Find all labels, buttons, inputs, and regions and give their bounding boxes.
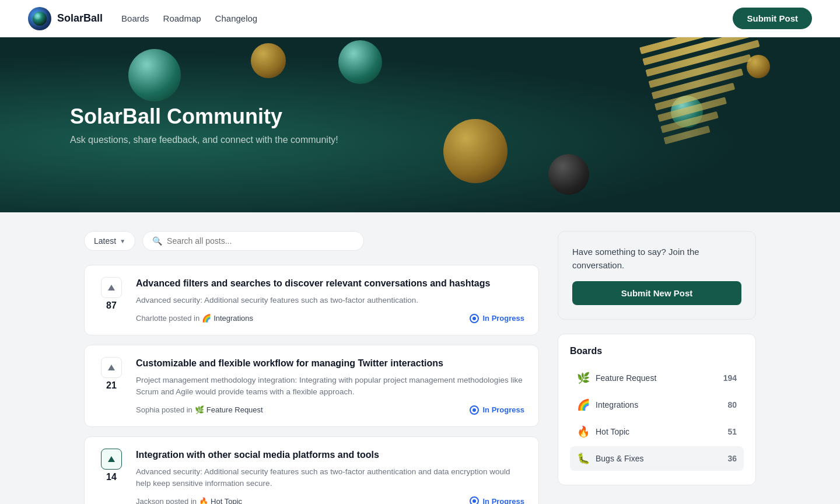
board-tag[interactable]: 🔥 Hot Topic <box>199 497 242 504</box>
status-dot-icon <box>470 496 479 504</box>
post-body: Customizable and flexible workflow for m… <box>136 357 524 415</box>
status-badge: In Progress <box>470 314 524 323</box>
search-icon: 🔍 <box>152 236 162 246</box>
submit-new-post-button[interactable]: Submit New Post <box>572 281 741 305</box>
hero-subtitle: Ask questions, share feedback, and conne… <box>70 135 338 145</box>
filter-bar: Latest ▼ 🔍 <box>84 231 539 251</box>
svg-point-0 <box>33 12 47 26</box>
board-item[interactable]: 🌿 Feature Request 194 <box>570 366 744 390</box>
main-content: Latest ▼ 🔍 87 Advanced filters and searc… <box>70 212 770 504</box>
status-badge: In Progress <box>470 496 524 504</box>
nav-links: Boards Roadmap Changelog <box>121 11 257 26</box>
board-tag[interactable]: 🌈 Integrations <box>202 314 253 323</box>
hero-banner: SolarBall Community Ask questions, share… <box>0 37 840 212</box>
board-name: Hot Topic <box>596 427 722 436</box>
boards-section: Boards 🌿 Feature Request 194 🌈 Integrati… <box>558 334 756 485</box>
posts-column: Latest ▼ 🔍 87 Advanced filters and searc… <box>84 231 539 504</box>
upvote-button[interactable] <box>101 277 122 298</box>
cta-card: Have something to say? Join the conversa… <box>558 231 756 320</box>
board-emoji: 🌿 <box>577 372 590 384</box>
sort-label: Latest <box>94 236 116 246</box>
board-tag[interactable]: 🌿 Feature Request <box>195 405 263 414</box>
sidebar: Have something to say? Join the conversa… <box>558 231 756 504</box>
vote-count: 21 <box>106 380 117 391</box>
hero-title: SolarBall Community <box>70 104 338 129</box>
status-dot-icon <box>470 314 479 323</box>
status-label: In Progress <box>482 405 524 414</box>
posts-list: 87 Advanced filters and searches to disc… <box>84 265 539 504</box>
upvote-button[interactable] <box>101 449 122 470</box>
vote-count: 87 <box>106 300 117 311</box>
board-name: Feature Request <box>206 405 263 414</box>
board-item[interactable]: 🔥 Hot Topic 51 <box>570 419 744 444</box>
board-count: 36 <box>727 454 737 463</box>
post-body: Advanced filters and searches to discove… <box>136 277 524 323</box>
boards-list: 🌿 Feature Request 194 🌈 Integrations 80 … <box>570 366 744 471</box>
svg-point-1 <box>34 13 40 19</box>
status-label: In Progress <box>482 497 524 504</box>
post-author: Sophia posted in 🌿 Feature Request <box>136 405 263 414</box>
navbar-left: SolarBall Boards Roadmap Changelog <box>28 7 257 30</box>
board-emoji: 🔥 <box>577 425 590 438</box>
vote-box: 21 <box>99 357 124 391</box>
chevron-down-icon: ▼ <box>120 238 125 244</box>
post-description: Advanced security: Additional security f… <box>136 466 524 490</box>
board-name: Feature Request <box>596 373 718 383</box>
board-name: Bugs & Fixes <box>596 454 722 463</box>
board-emoji: 🌿 <box>195 405 204 414</box>
post-author: Jackson posted in 🔥 Hot Topic <box>136 497 242 504</box>
post-meta: Sophia posted in 🌿 Feature Request In Pr… <box>136 405 524 415</box>
logo-icon <box>28 7 51 30</box>
board-emoji: 🔥 <box>199 497 208 504</box>
post-title: Customizable and flexible workflow for m… <box>136 357 524 370</box>
upvote-button[interactable] <box>101 357 122 378</box>
board-count: 80 <box>727 400 737 410</box>
nav-roadmap[interactable]: Roadmap <box>163 11 201 26</box>
search-input[interactable] <box>167 236 354 246</box>
search-wrap: 🔍 <box>142 231 364 251</box>
status-label: In Progress <box>482 314 524 323</box>
nav-boards[interactable]: Boards <box>121 11 149 26</box>
vote-count: 14 <box>106 472 117 482</box>
board-emoji: 🌈 <box>577 398 590 411</box>
app-name: SolarBall <box>57 12 103 24</box>
navbar: SolarBall Boards Roadmap Changelog Submi… <box>0 0 840 37</box>
submit-post-button[interactable]: Submit Post <box>733 8 812 29</box>
board-name: Hot Topic <box>211 497 242 504</box>
board-name: Integrations <box>596 400 722 410</box>
board-item[interactable]: 🌈 Integrations 80 <box>570 393 744 417</box>
cta-text: Have something to say? Join the conversa… <box>572 246 741 272</box>
hero-content: SolarBall Community Ask questions, share… <box>0 104 408 145</box>
board-count: 194 <box>723 373 737 383</box>
post-description: Advanced security: Additional security f… <box>136 295 524 306</box>
status-dot-icon <box>470 405 479 415</box>
post-description: Project management methodology integrati… <box>136 374 524 398</box>
post-author: Charlotte posted in 🌈 Integrations <box>136 314 253 323</box>
post-meta: Jackson posted in 🔥 Hot Topic In Progres… <box>136 496 524 504</box>
vote-box: 87 <box>99 277 124 311</box>
post-body: Integration with other social media plat… <box>136 449 524 504</box>
post-card: 14 Integration with other social media p… <box>84 436 539 504</box>
vote-box: 14 <box>99 449 124 482</box>
board-item[interactable]: 🐛 Bugs & Fixes 36 <box>570 446 744 471</box>
board-emoji: 🐛 <box>577 452 590 465</box>
nav-changelog[interactable]: Changelog <box>215 11 258 26</box>
logo[interactable]: SolarBall <box>28 7 103 30</box>
board-name: Integrations <box>214 314 253 323</box>
post-meta: Charlotte posted in 🌈 Integrations In Pr… <box>136 314 524 323</box>
boards-section-title: Boards <box>570 346 744 356</box>
post-title: Advanced filters and searches to discove… <box>136 277 524 290</box>
sort-dropdown[interactable]: Latest ▼ <box>84 231 135 251</box>
board-count: 51 <box>727 427 737 436</box>
post-card: 21 Customizable and flexible workflow fo… <box>84 345 539 427</box>
status-badge: In Progress <box>470 405 524 415</box>
post-card: 87 Advanced filters and searches to disc… <box>84 265 539 335</box>
board-emoji: 🌈 <box>202 314 211 323</box>
post-title: Integration with other social media plat… <box>136 449 524 461</box>
